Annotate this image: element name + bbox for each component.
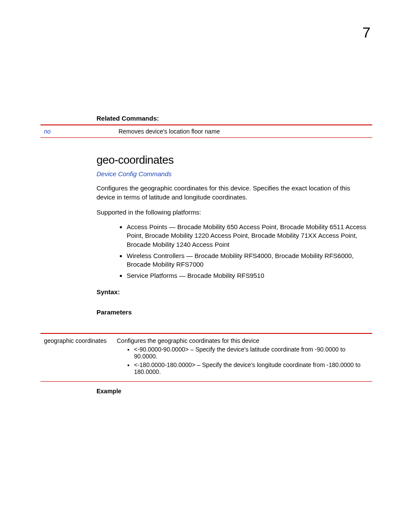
intro-paragraph: Configures the geographic coordinates fo… — [97, 184, 371, 202]
document-page: 7 Related Commands: no Removes device's … — [0, 0, 411, 532]
table-row: geographic coordinates Configures the ge… — [40, 333, 372, 382]
list-item: <-90.0000-90.0000> – Specify the device'… — [134, 346, 370, 360]
platforms-list: Access Points — Brocade Mobility 650 Acc… — [97, 223, 371, 280]
parameter-description: Configures the geographic coordinates fo… — [117, 337, 259, 344]
related-commands-heading: Related Commands: — [97, 115, 371, 122]
supported-platforms-label: Supported in the following platforms: — [97, 208, 371, 217]
table-row: no Removes device's location floor name — [40, 125, 372, 138]
example-heading: Example — [97, 388, 371, 395]
list-item: Wireless Controllers — Brocade Mobility … — [127, 252, 371, 269]
list-item: <-180.0000-180.0000> – Specify the devic… — [134, 361, 370, 375]
breadcrumb-link[interactable]: Device Config Commands — [97, 170, 371, 177]
command-link-no[interactable]: no — [44, 128, 51, 135]
syntax-heading: Syntax: — [97, 288, 371, 296]
related-commands-table: no Removes device's location floor name — [40, 124, 372, 138]
parameter-description-cell: Configures the geographic coordinates fo… — [113, 333, 372, 382]
parameter-name: geographic coordinates — [40, 333, 113, 382]
content-block: Related Commands: no Removes device's lo… — [97, 115, 371, 395]
list-item: Service Platforms — Brocade Mobility RFS… — [127, 271, 371, 280]
parameter-items-list: <-90.0000-90.0000> – Specify the device'… — [117, 346, 370, 375]
page-number: 7 — [362, 24, 371, 41]
list-item: Access Points — Brocade Mobility 650 Acc… — [127, 223, 371, 249]
parameters-heading: Parameters — [97, 308, 371, 316]
parameters-table: geographic coordinates Configures the ge… — [40, 333, 372, 382]
section-heading: geo-coordinates — [97, 153, 371, 167]
command-description: Removes device's location floor name — [118, 125, 372, 138]
